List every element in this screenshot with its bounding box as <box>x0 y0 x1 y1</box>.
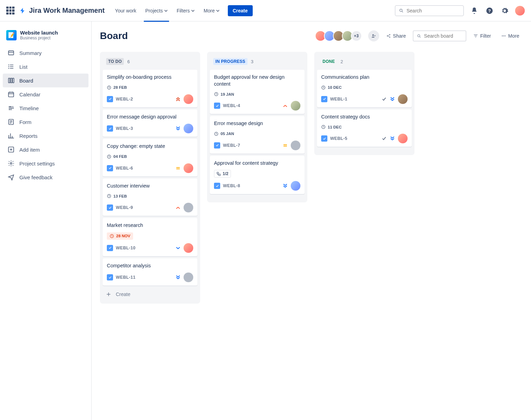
column-count: 2 <box>341 59 343 64</box>
svg-point-17 <box>389 37 390 38</box>
issue-card[interactable]: Error message design approval WEBL-3 <box>103 109 197 137</box>
plus-icon <box>105 291 112 297</box>
task-type-icon <box>107 96 113 102</box>
top-navigation: Jira Work Management Your work Projects … <box>0 0 531 21</box>
assignee-avatar[interactable] <box>184 203 193 212</box>
svg-rect-28 <box>217 172 218 173</box>
create-button[interactable]: Create <box>228 5 253 16</box>
priority-icon <box>175 275 181 280</box>
board-search[interactable] <box>413 30 466 41</box>
sidebar-item-label: Form <box>19 119 31 125</box>
project-name: Website launch <box>20 30 58 36</box>
issue-key: WEBL-8 <box>223 183 240 188</box>
issue-card[interactable]: Customer interview13 FEB WEBL-9 <box>103 179 197 216</box>
sidebar-item-label: Board <box>19 78 33 84</box>
add-people-button[interactable] <box>368 30 379 41</box>
issue-key: WEBL-5 <box>330 136 347 141</box>
sidebar-item-timeline[interactable]: Timeline <box>3 101 88 115</box>
assignee-avatar[interactable] <box>291 101 300 111</box>
card-title: Content strategy docs <box>321 114 408 121</box>
priority-icon <box>390 96 395 102</box>
avatar-overflow[interactable]: +3 <box>351 30 362 41</box>
issue-card[interactable]: Error message design05 JAN WEBL-7 <box>210 116 305 154</box>
share-button[interactable]: Share <box>383 31 409 41</box>
notifications-icon[interactable] <box>469 6 479 16</box>
card-title: Error message design <box>214 120 300 127</box>
assignee-avatar[interactable] <box>184 124 193 133</box>
filter-button[interactable]: Filter <box>470 31 494 41</box>
more-button[interactable]: More <box>498 31 523 41</box>
chevron-down-icon <box>164 9 168 12</box>
nav-your-work[interactable]: Your work <box>112 5 140 16</box>
assignee-avatar[interactable] <box>184 163 193 173</box>
assignee-avatar[interactable] <box>291 141 300 150</box>
reports-icon <box>8 132 15 139</box>
issue-card[interactable]: Budget approval for new design content19… <box>210 70 305 114</box>
global-search-input[interactable] <box>407 8 460 13</box>
sidebar-item-board[interactable]: Board <box>3 74 88 87</box>
assignee-avatar[interactable] <box>398 94 408 104</box>
issue-card[interactable]: Communications plan10 DEC WEBL-1 <box>317 70 412 107</box>
assignee-avatar[interactable] <box>184 94 193 104</box>
create-issue-button[interactable]: Create <box>103 288 197 297</box>
sidebar-item-calendar[interactable]: Calendar <box>3 87 88 101</box>
help-icon[interactable]: ? <box>485 6 494 16</box>
issue-card[interactable]: Approval for content strategy1/2 WEBL-8 <box>210 156 305 194</box>
card-title: Copy change: empty state <box>107 143 193 150</box>
sidebar-item-label: Project settings <box>19 161 55 166</box>
nav-filters[interactable]: Filters <box>173 5 198 16</box>
board-search-input[interactable] <box>424 33 462 39</box>
more-icon <box>501 34 506 38</box>
app-switcher-icon[interactable] <box>6 7 15 15</box>
project-header[interactable]: 📝 Website launch Business project <box>3 28 88 46</box>
card-footer: WEBL-10 <box>107 243 193 253</box>
due-date-badge: 04 FEB <box>107 153 127 160</box>
sidebar-item-label: Give feedback <box>19 174 53 180</box>
issue-card[interactable]: Content strategy docs11 DEC WEBL-5 <box>317 109 412 147</box>
global-search[interactable] <box>395 5 464 16</box>
assignee-avatar[interactable] <box>184 273 193 282</box>
nav-projects[interactable]: Projects <box>142 5 171 16</box>
avatar-stack[interactable]: +3 <box>317 30 362 41</box>
column-count: 3 <box>251 59 253 64</box>
product-logo[interactable]: Jira Work Management <box>19 7 105 15</box>
product-name: Jira Work Management <box>29 7 105 15</box>
issue-card[interactable]: Competitor analysis WEBL-11 <box>103 258 197 286</box>
priority-icon <box>175 165 181 171</box>
sidebar-item-summary[interactable]: Summary <box>3 46 88 60</box>
svg-point-15 <box>387 36 388 37</box>
issue-key: WEBL-11 <box>116 275 136 280</box>
task-type-icon <box>321 96 327 102</box>
settings-icon[interactable] <box>500 6 510 16</box>
sidebar-item-feedback[interactable]: Give feedback <box>3 170 88 184</box>
card-title: Simplify on-boarding process <box>107 74 193 81</box>
due-date-badge: 28 FEB <box>107 84 127 91</box>
task-type-icon <box>107 204 113 211</box>
assignee-avatar[interactable] <box>398 134 408 143</box>
sidebar-item-list[interactable]: List <box>3 60 88 74</box>
svg-rect-10 <box>9 92 14 97</box>
search-icon <box>399 8 404 13</box>
priority-icon <box>175 126 181 131</box>
jira-logo-icon <box>19 7 27 15</box>
assignee-avatar[interactable] <box>184 243 193 253</box>
add-icon <box>8 146 15 153</box>
issue-card[interactable]: Market research28 NOV WEBL-10 <box>103 218 197 256</box>
sidebar-item-form[interactable]: Form <box>3 115 88 129</box>
sidebar-item-settings[interactable]: Project settings <box>3 156 88 170</box>
sidebar-item-add[interactable]: Add item <box>3 143 88 156</box>
issue-card[interactable]: Copy change: empty state04 FEB WEBL-6 <box>103 139 197 176</box>
issue-key: WEBL-7 <box>223 143 240 148</box>
task-type-icon <box>214 183 220 189</box>
column-header: DONE 2 <box>317 56 412 70</box>
clock-icon <box>321 125 326 129</box>
profile-avatar[interactable] <box>515 6 525 16</box>
sidebar-item-reports[interactable]: Reports <box>3 129 88 143</box>
card-title: Competitor analysis <box>107 262 193 269</box>
svg-point-13 <box>10 163 12 164</box>
issue-card[interactable]: Simplify on-boarding process28 FEB WEBL-… <box>103 70 197 107</box>
card-title: Approval for content strategy <box>214 160 300 167</box>
assignee-avatar[interactable] <box>291 181 300 191</box>
nav-more[interactable]: More <box>200 5 223 16</box>
column-todo: TO DO 6 Simplify on-boarding process28 F… <box>100 52 200 304</box>
